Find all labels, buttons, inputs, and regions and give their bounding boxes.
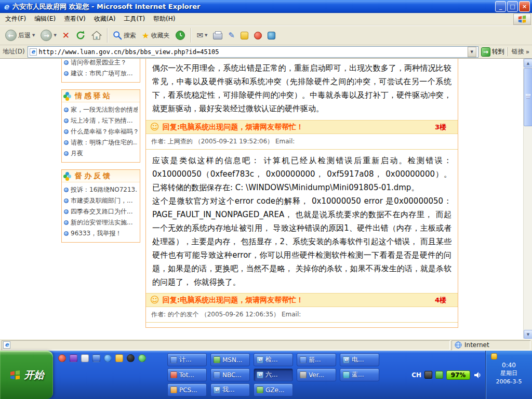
sidebar-topic-link[interactable]: 请问帝都景园业主？ xyxy=(63,59,138,68)
history-icon xyxy=(175,30,185,41)
taskbar-window-button[interactable]: 蓝... xyxy=(340,368,379,381)
keyboard-icon[interactable] xyxy=(424,371,432,379)
speaker-icon[interactable] xyxy=(473,371,482,379)
outlook-icon[interactable] xyxy=(92,354,100,362)
topic-bullet-icon xyxy=(64,71,69,76)
window-icon xyxy=(214,371,220,378)
start-button[interactable]: 开始 xyxy=(0,351,53,399)
sidebar-topic-link[interactable]: 坛上冷清，坛下热情... xyxy=(63,115,138,126)
menu-view[interactable]: 查看(V) xyxy=(60,13,90,25)
clock-panel[interactable]: 0:40 星期日 2006-3-5 xyxy=(485,351,532,399)
topic-bullet-icon xyxy=(64,220,69,225)
taskbar-window-button[interactable]: 我... xyxy=(210,383,250,396)
browser-viewport: 请问帝都景园业主？ 建议：市民广场可放... 情感驿站 家，一段无法割舍的情感 … xyxy=(0,59,532,339)
stop-button[interactable]: ✕ xyxy=(60,29,72,42)
qq-icon[interactable] xyxy=(127,354,135,362)
sidebar-topic-link[interactable]: 什么是幸福？你幸福吗？... xyxy=(63,126,138,137)
reply-author-line: 作者: 上网查的 （2005-09-21 19:52:06） Email: xyxy=(146,134,458,150)
taskbar-window-button[interactable]: 计... xyxy=(167,353,207,366)
notepad-icon[interactable] xyxy=(81,354,89,362)
page-icon: e xyxy=(3,341,10,349)
scroll-up-button[interactable]: ▲ xyxy=(524,59,532,68)
folder-icon[interactable] xyxy=(115,354,123,362)
maximize-button[interactable]: □ xyxy=(507,1,518,12)
sidebar-topic-link[interactable]: 新的治安管理法实施... xyxy=(63,217,138,228)
back-button[interactable]: ← 后退 ▼ xyxy=(3,29,37,42)
favorites-button[interactable]: ★ 收藏夹 xyxy=(140,30,171,42)
taskbar-window-button[interactable]: 检... xyxy=(254,353,293,366)
menu-favorites[interactable]: 收藏(A) xyxy=(90,13,120,25)
sidebar-topic-link[interactable]: 市建委及职能部门，... xyxy=(63,195,138,206)
sidebar-topic-link[interactable]: 建议：市民广场可放... xyxy=(63,68,138,79)
messenger-icon xyxy=(268,32,275,39)
messenger-icon[interactable] xyxy=(138,354,146,362)
window-icon xyxy=(170,371,177,378)
taskbar-window-button[interactable]: MSN... xyxy=(210,353,250,366)
search-button[interactable]: 搜索 xyxy=(111,30,138,41)
input-method-indicator[interactable]: CH xyxy=(411,371,421,379)
print-icon xyxy=(213,33,222,39)
qq-button[interactable] xyxy=(252,31,264,41)
taskbar-window-button[interactable]: GZe... xyxy=(254,383,293,396)
media-player-icon[interactable] xyxy=(58,354,66,362)
sidebar-topic-link[interactable]: 月夜 xyxy=(63,148,138,159)
forward-button[interactable]: → ▼ xyxy=(38,29,58,42)
scroll-down-button[interactable]: ▼ xyxy=(524,330,532,339)
taskbar-window-button[interactable]: PCS... xyxy=(167,383,207,396)
window-icon xyxy=(170,356,177,363)
refresh-button[interactable] xyxy=(73,29,88,42)
mail-button[interactable]: ✉ ▼ xyxy=(194,30,209,41)
reply-title: 回复:电脑系统出现问题，烦请网友帮帮忙！ xyxy=(163,123,304,132)
taskbar-window-button-active[interactable]: 六... xyxy=(254,368,293,381)
taskbar: 开始 计... MSN... 检... 箭... 电... Tot... NBC… xyxy=(0,351,532,399)
menu-edit[interactable]: 编辑(E) xyxy=(30,13,60,25)
menu-file[interactable]: 文件(F) xyxy=(1,13,30,25)
home-button[interactable] xyxy=(89,29,104,42)
task-label: MSN... xyxy=(222,356,242,364)
print-button[interactable] xyxy=(211,30,224,41)
reply-header-3: ☺ 回复:电脑系统出现问题，烦请网友帮帮忙！ 3楼 xyxy=(146,120,458,134)
edit-button[interactable]: ✎ xyxy=(226,30,237,41)
window-icon xyxy=(343,356,350,363)
vertical-scrollbar[interactable]: ▲ ▼ xyxy=(523,59,532,339)
edit-icon: ✎ xyxy=(228,31,235,40)
menu-help[interactable]: 帮助(H) xyxy=(149,13,179,25)
ie-icon[interactable] xyxy=(104,354,112,362)
taskbar-window-button[interactable]: NBC... xyxy=(210,368,250,381)
sidebar-topic-link[interactable]: 请教：明珠广场住宅的... xyxy=(63,137,138,148)
discuss-icon xyxy=(241,32,248,39)
reply-paragraph: 这个是微软官方对这个error code的解释， 0x10000050 erro… xyxy=(152,194,451,289)
go-button[interactable]: → 转到 xyxy=(481,47,504,57)
sidebar-topic-link[interactable]: 96333，我举报！ xyxy=(63,228,138,239)
window-icon xyxy=(257,356,263,363)
antivirus-icon[interactable] xyxy=(435,371,443,379)
go-label: 转到 xyxy=(492,47,504,56)
messenger-button[interactable] xyxy=(265,31,277,41)
taskbar-window-button[interactable]: Ver... xyxy=(297,368,336,381)
sidebar-topic-link[interactable]: 四季春交叉路口为什... xyxy=(63,206,138,217)
status-bar: e Internet xyxy=(0,339,532,351)
links-button[interactable]: 链接 » xyxy=(507,47,529,56)
winamp-icon[interactable] xyxy=(70,354,77,362)
task-label: 检... xyxy=(265,355,277,364)
discuss-button[interactable] xyxy=(238,31,250,41)
topic-bullet-icon xyxy=(64,231,69,236)
sidebar-topic-link[interactable]: 投诉：16路绕NO7213... xyxy=(63,184,138,195)
history-button[interactable] xyxy=(173,29,188,42)
topic-label: 坛上冷清，坛下热情... xyxy=(71,115,132,126)
scrollbar-thumb[interactable] xyxy=(524,68,532,126)
taskbar-window-button[interactable]: 电... xyxy=(340,353,379,366)
topic-label: 新的治安管理法实施... xyxy=(71,217,132,228)
address-input[interactable]: e http://www.luan.gov.cn/bbs/bbs_view.ph… xyxy=(28,46,478,58)
menu-tools[interactable]: 工具(T) xyxy=(119,13,149,25)
sidebar-topic-link[interactable]: 家，一段无法割舍的情感 xyxy=(63,104,138,115)
minimize-button[interactable]: _ xyxy=(495,1,506,12)
address-dropdown-button[interactable]: ▼ xyxy=(468,47,476,57)
taskbar-window-button[interactable]: Tot... xyxy=(167,368,207,381)
close-button[interactable]: × xyxy=(519,1,530,12)
go-icon: → xyxy=(481,47,490,57)
reply-floor-label: 4楼 xyxy=(435,296,446,305)
battery-indicator[interactable]: 97% xyxy=(446,370,470,380)
topic-label: 什么是幸福？你幸福吗？... xyxy=(71,126,138,137)
taskbar-window-button[interactable]: 箭... xyxy=(297,353,336,366)
